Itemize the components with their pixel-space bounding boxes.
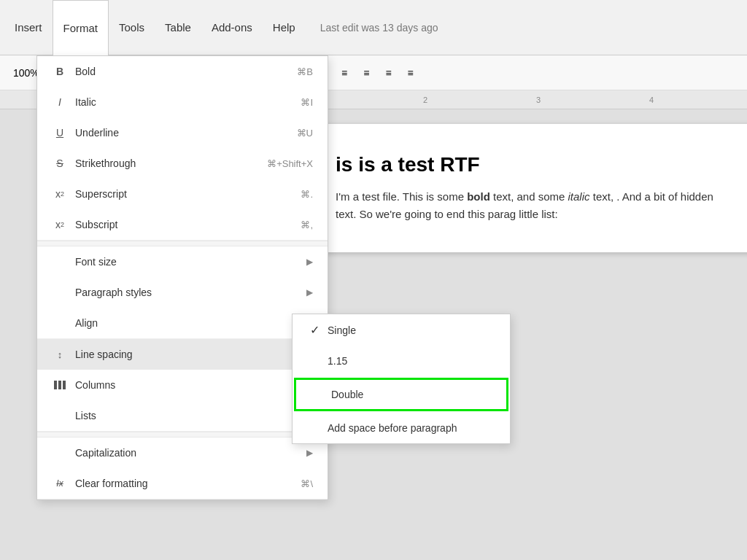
clear-formatting-shortcut: ⌘\ xyxy=(301,478,313,489)
italic-icon: I xyxy=(52,96,68,108)
superscript-shortcut: ⌘. xyxy=(301,189,313,200)
document-body: I'm a test file. This is some bold text,… xyxy=(336,188,729,223)
line-spacing-label: Line spacing xyxy=(75,349,306,360)
menu-superscript-item[interactable]: x2 Superscript ⌘. xyxy=(37,179,328,209)
align-center-button[interactable]: ≡ xyxy=(357,64,375,82)
document-title: is is a test RTF xyxy=(336,153,729,176)
single-check-icon: ✓ xyxy=(310,323,328,337)
paragraph-styles-label: Paragraph styles xyxy=(75,287,306,298)
superscript-label: Superscript xyxy=(75,188,301,200)
menu-underline-item[interactable]: U Underline ⌘U xyxy=(37,117,328,148)
menu-table[interactable]: Table xyxy=(155,0,201,55)
1-15-label: 1.15 xyxy=(328,355,347,367)
double-label: Double xyxy=(331,389,363,400)
menu-subscript-item[interactable]: x2 Subscript ⌘, xyxy=(37,209,328,240)
line-spacing-icon: ↕ xyxy=(52,349,68,360)
columns-icon xyxy=(52,380,68,390)
menu-tools[interactable]: Tools xyxy=(109,0,155,55)
menu-align-item[interactable]: Align ▶ xyxy=(37,308,328,338)
ruler-mark-3: 3 xyxy=(536,96,541,104)
line-spacing-submenu: ✓ Single 1.15 Double Add space before pa… xyxy=(292,314,511,444)
italic-shortcut: ⌘I xyxy=(301,97,313,108)
menu-addons[interactable]: Add-ons xyxy=(201,0,263,55)
subscript-label: Subscript xyxy=(75,219,301,230)
subscript-icon: x2 xyxy=(52,219,68,230)
bold-shortcut: ⌘B xyxy=(297,66,313,77)
align-justify-button[interactable]: ≡ xyxy=(402,64,419,82)
menu-help[interactable]: Help xyxy=(263,0,306,55)
add-space-before-label: Add space before paragraph xyxy=(328,422,457,434)
strikethrough-label: Strikethrough xyxy=(75,158,267,169)
last-edit-label: Last edit was 13 days ago xyxy=(320,22,438,34)
paragraph-styles-arrow-icon: ▶ xyxy=(306,287,313,298)
format-dropdown-menu: B Bold ⌘B I Italic ⌘I U Underline ⌘U S S… xyxy=(36,55,328,500)
bold-label: Bold xyxy=(75,66,297,77)
underline-shortcut: ⌘U xyxy=(297,128,313,139)
ruler-mark-2: 2 xyxy=(423,96,427,104)
spacing-single-item[interactable]: ✓ Single xyxy=(293,314,510,346)
spacing-section: ↕ Line spacing ▶ Columns ▶ Lists ▶ xyxy=(37,339,328,432)
strikethrough-shortcut: ⌘+Shift+X xyxy=(267,158,313,169)
spacing-1-15-item[interactable]: 1.15 xyxy=(293,346,510,376)
text-format-section: B Bold ⌘B I Italic ⌘I U Underline ⌘U S S… xyxy=(37,56,328,241)
menu-capitalization-item[interactable]: Capitalization ▶ xyxy=(37,438,328,468)
style-section: Font size ▶ Paragraph styles ▶ Align ▶ xyxy=(37,246,328,339)
menu-paragraph-styles-item[interactable]: Paragraph styles ▶ xyxy=(37,277,328,308)
document-page: is is a test RTF I'm a test file. This i… xyxy=(306,124,747,252)
ruler-mark-4: 4 xyxy=(649,96,654,104)
strikethrough-icon: S xyxy=(52,158,68,169)
subscript-shortcut: ⌘, xyxy=(301,219,313,230)
menu-insert[interactable]: Insert xyxy=(0,0,53,55)
italic-label: Italic xyxy=(75,96,301,108)
menu-lists-item[interactable]: Lists ▶ xyxy=(37,400,328,431)
align-left-button[interactable]: ≡ xyxy=(336,64,353,82)
menu-font-size-item[interactable]: Font size ▶ xyxy=(37,246,328,277)
menu-divider-2 xyxy=(37,432,328,438)
capitalization-label: Capitalization xyxy=(75,447,306,459)
spacing-double-item[interactable]: Double xyxy=(294,378,508,411)
bold-icon: B xyxy=(52,66,68,77)
menu-clear-formatting-item[interactable]: Ix Clear formatting ⌘\ xyxy=(37,468,328,499)
menu-italic-item[interactable]: I Italic ⌘I xyxy=(37,87,328,117)
menu-columns-item[interactable]: Columns ▶ xyxy=(37,370,328,400)
columns-label: Columns xyxy=(75,379,306,391)
single-label: Single xyxy=(328,324,356,336)
menu-divider-1 xyxy=(37,241,328,246)
menu-strikethrough-item[interactable]: S Strikethrough ⌘+Shift+X xyxy=(37,148,328,179)
menu-bar: Insert Format Tools Table Add-ons Help L… xyxy=(0,0,747,55)
lists-label: Lists xyxy=(75,410,306,421)
clear-formatting-icon: Ix xyxy=(52,478,68,489)
align-right-button[interactable]: ≡ xyxy=(379,64,397,82)
spacing-add-space-item[interactable]: Add space before paragraph xyxy=(293,413,510,443)
font-size-arrow-icon: ▶ xyxy=(306,257,313,267)
menu-line-spacing-item[interactable]: ↕ Line spacing ▶ xyxy=(37,339,328,370)
capitalization-arrow-icon: ▶ xyxy=(306,448,313,458)
clear-formatting-label: Clear formatting xyxy=(75,478,301,489)
superscript-icon: x2 xyxy=(52,188,68,200)
menu-bold-item[interactable]: B Bold ⌘B xyxy=(37,56,328,87)
font-size-label: Font size xyxy=(75,256,306,268)
align-label: Align xyxy=(75,317,306,329)
underline-icon: U xyxy=(52,127,68,139)
menu-format[interactable]: Format xyxy=(53,0,109,55)
underline-label: Underline xyxy=(75,127,297,139)
misc-section: Capitalization ▶ Ix Clear formatting ⌘\ xyxy=(37,438,328,499)
